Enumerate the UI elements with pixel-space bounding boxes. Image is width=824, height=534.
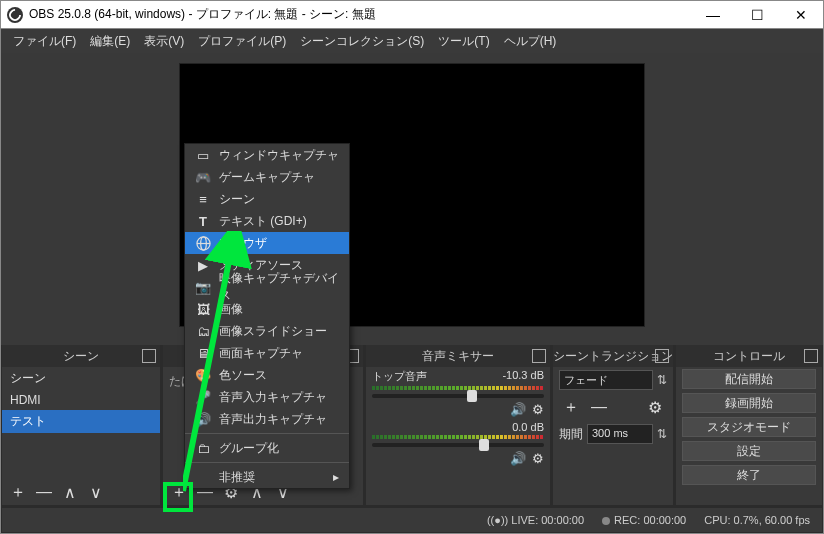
minimize-button[interactable]: — xyxy=(691,1,735,28)
camera-icon: 📷 xyxy=(195,279,211,295)
game-icon: 🎮 xyxy=(195,169,211,185)
window-icon: ▭ xyxy=(195,147,211,163)
close-button[interactable]: ✕ xyxy=(779,1,823,28)
add-transition-button[interactable]: ＋ xyxy=(559,396,583,418)
menu-view[interactable]: 表示(V) xyxy=(138,31,190,52)
source-group[interactable]: 🗀グループ化 xyxy=(185,437,349,459)
slideshow-icon: 🗂 xyxy=(195,323,211,339)
mixer-meter xyxy=(372,435,544,439)
folder-icon: 🗀 xyxy=(195,440,211,456)
scene-item[interactable]: シーン xyxy=(2,367,160,390)
source-game-capture[interactable]: 🎮ゲームキャプチャ xyxy=(185,166,349,188)
image-icon: 🖼 xyxy=(195,301,211,317)
text-icon: T xyxy=(195,213,211,229)
add-scene-button[interactable]: ＋ xyxy=(6,481,30,503)
titlebar: OBS 25.0.8 (64-bit, windows) - プロファイル: 無… xyxy=(1,1,823,29)
source-text[interactable]: Tテキスト (GDI+) xyxy=(185,210,349,232)
separator xyxy=(185,462,349,463)
popout-icon[interactable] xyxy=(655,349,669,363)
duration-input[interactable]: 300 ms xyxy=(587,424,653,444)
menubar: ファイル(F) 編集(E) 表示(V) プロファイル(P) シーンコレクション(… xyxy=(1,29,823,53)
scenes-panel-header: シーン xyxy=(2,345,160,367)
source-video-capture[interactable]: 📷映像キャプチャデバイス xyxy=(185,276,349,298)
source-audio-output[interactable]: 🔊音声出力キャプチャ xyxy=(185,408,349,430)
menu-profile[interactable]: プロファイル(P) xyxy=(192,31,292,52)
source-display-capture[interactable]: 🖥画面キャプチャ xyxy=(185,342,349,364)
source-deprecated[interactable]: 非推奨▸ xyxy=(185,466,349,488)
preview-area xyxy=(1,53,823,345)
speaker-icon[interactable]: 🔊 xyxy=(510,402,526,417)
scenes-list[interactable]: シーン HDMI テスト xyxy=(2,367,160,479)
gear-icon[interactable]: ⚙ xyxy=(532,402,544,417)
menu-file[interactable]: ファイル(F) xyxy=(7,31,82,52)
play-icon: ▶ xyxy=(195,257,211,273)
move-up-button[interactable]: ∧ xyxy=(58,481,82,503)
separator xyxy=(185,433,349,434)
source-window-capture[interactable]: ▭ウィンドウキャプチャ xyxy=(185,144,349,166)
transition-settings-button[interactable]: ⚙ xyxy=(643,396,667,418)
globe-icon xyxy=(195,235,211,251)
studio-mode-button[interactable]: スタジオモード xyxy=(682,417,816,437)
mixer-volume-slider[interactable] xyxy=(372,443,544,447)
mixer-panel: 音声ミキサー トップ音声-10.3 dB 🔊⚙ 0.0 dB 🔊⚙ xyxy=(366,345,550,505)
add-source-context-menu: ▭ウィンドウキャプチャ 🎮ゲームキャプチャ ≡シーン Tテキスト (GDI+) … xyxy=(184,143,350,489)
controls-body: 配信開始 録画開始 スタジオモード 設定 終了 xyxy=(676,367,822,505)
popout-icon[interactable] xyxy=(142,349,156,363)
gear-icon[interactable]: ⚙ xyxy=(532,451,544,466)
chevron-right-icon: ▸ xyxy=(333,470,339,484)
bottom-panels: シーン シーン HDMI テスト ＋ — ∧ ∨ ソース たは ＋ — ⚙ ∧ … xyxy=(2,345,822,505)
scene-icon: ≡ xyxy=(195,191,211,207)
source-slideshow[interactable]: 🗂画像スライドショー xyxy=(185,320,349,342)
statusbar: ((●)) LIVE: 00:00:00 REC: 00:00:00 CPU: … xyxy=(2,508,822,532)
transitions-body: フェード ⇅ ＋ — ⚙ 期間 300 ms ⇅ xyxy=(553,367,673,505)
chevron-updown-icon[interactable]: ⇅ xyxy=(657,427,667,441)
exit-button[interactable]: 終了 xyxy=(682,465,816,485)
controls-panel: コントロール 配信開始 録画開始 スタジオモード 設定 終了 xyxy=(676,345,822,505)
rec-status: REC: 00:00:00 xyxy=(602,514,686,526)
mixer-track: トップ音声-10.3 dB 🔊⚙ xyxy=(366,367,550,419)
scenes-panel: シーン シーン HDMI テスト ＋ — ∧ ∨ xyxy=(2,345,160,505)
source-audio-input[interactable]: 🎤音声入力キャプチャ xyxy=(185,386,349,408)
move-down-button[interactable]: ∨ xyxy=(84,481,108,503)
mixer-track: 0.0 dB 🔊⚙ xyxy=(366,419,550,468)
obs-logo-icon xyxy=(7,7,23,23)
menu-edit[interactable]: 編集(E) xyxy=(84,31,136,52)
settings-button[interactable]: 設定 xyxy=(682,441,816,461)
scenes-toolbar: ＋ — ∧ ∨ xyxy=(2,479,160,505)
window-title: OBS 25.0.8 (64-bit, windows) - プロファイル: 無… xyxy=(29,6,691,23)
popout-icon[interactable] xyxy=(532,349,546,363)
display-icon: 🖥 xyxy=(195,345,211,361)
source-color[interactable]: 🎨色ソース xyxy=(185,364,349,386)
remove-transition-button[interactable]: — xyxy=(587,396,611,418)
mixer-volume-slider[interactable] xyxy=(372,394,544,398)
mixer-panel-header: 音声ミキサー xyxy=(366,345,550,367)
transitions-panel: シーントランジション フェード ⇅ ＋ — ⚙ 期間 300 ms ⇅ xyxy=(553,345,673,505)
color-icon: 🎨 xyxy=(195,367,211,383)
chevron-updown-icon[interactable]: ⇅ xyxy=(657,373,667,387)
source-scene[interactable]: ≡シーン xyxy=(185,188,349,210)
menu-scene-collection[interactable]: シーンコレクション(S) xyxy=(294,31,430,52)
scene-item[interactable]: テスト xyxy=(2,410,160,433)
transitions-panel-header: シーントランジション xyxy=(553,345,673,367)
mixer-body: トップ音声-10.3 dB 🔊⚙ 0.0 dB 🔊⚙ xyxy=(366,367,550,505)
controls-panel-header: コントロール xyxy=(676,345,822,367)
speaker-icon[interactable]: 🔊 xyxy=(510,451,526,466)
scene-item[interactable]: HDMI xyxy=(2,390,160,410)
source-browser[interactable]: ブラウザ xyxy=(185,232,349,254)
mixer-meter xyxy=(372,386,544,390)
transition-select[interactable]: フェード xyxy=(559,370,653,390)
annotation-highlight xyxy=(163,482,193,512)
cpu-status: CPU: 0.7%, 60.00 fps xyxy=(704,514,810,526)
audio-in-icon: 🎤 xyxy=(195,389,211,405)
live-status: ((●)) LIVE: 00:00:00 xyxy=(487,514,584,526)
start-recording-button[interactable]: 録画開始 xyxy=(682,393,816,413)
menu-tools[interactable]: ツール(T) xyxy=(432,31,495,52)
menu-help[interactable]: ヘルプ(H) xyxy=(498,31,563,52)
duration-label: 期間 xyxy=(559,426,583,443)
start-streaming-button[interactable]: 配信開始 xyxy=(682,369,816,389)
audio-out-icon: 🔊 xyxy=(195,411,211,427)
remove-scene-button[interactable]: — xyxy=(32,481,56,503)
popout-icon[interactable] xyxy=(804,349,818,363)
maximize-button[interactable]: ☐ xyxy=(735,1,779,28)
window-buttons: — ☐ ✕ xyxy=(691,1,823,28)
